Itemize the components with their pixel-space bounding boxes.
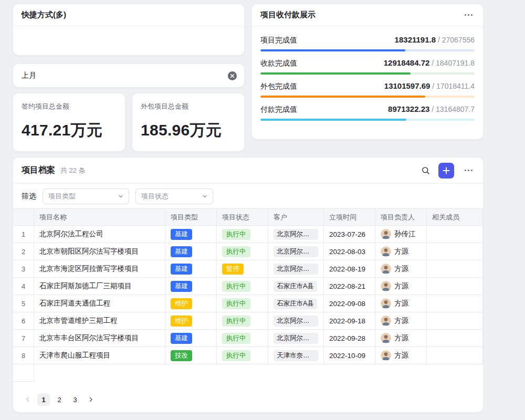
cell-project-name[interactable]: 北京市丰台区阿尔法写字楼项目 <box>34 330 165 347</box>
customer-chip: 北京阿尔法… <box>274 246 318 257</box>
page-button-3[interactable]: 3 <box>69 393 81 406</box>
table-row[interactable]: 3 北京市海淀区阿拉蕾写字楼项目 基建 暂停 北京阿尔法… 2022-08-19… <box>13 260 483 278</box>
cell-owner[interactable]: 方源 <box>375 243 427 260</box>
clear-filter-icon[interactable] <box>228 71 237 80</box>
cell-project-name[interactable]: 石家庄阿斯加德工厂三期项目 <box>34 278 165 295</box>
row-index: 4 <box>13 278 34 295</box>
status-badge: 暂停 <box>222 264 244 275</box>
cell-owner[interactable]: 孙传江 <box>375 226 427 243</box>
cell-members[interactable] <box>427 260 483 278</box>
cell-customer[interactable]: 北京阿尔法… <box>268 226 324 243</box>
column-header[interactable]: 立项时间 <box>324 209 375 226</box>
cell-project-status[interactable]: 执行中 <box>217 312 268 330</box>
cell-project-type[interactable]: 维护 <box>165 295 217 312</box>
avatar <box>381 350 391 361</box>
type-badge: 基建 <box>171 264 192 275</box>
progress-row: 外包完成值 13101597.69 / 17018411.4 <box>260 77 475 100</box>
payments-card-title: 项目收付款展示 <box>260 10 316 20</box>
cell-owner[interactable]: 方源 <box>375 295 427 312</box>
progress-list: 项目完成值 18321191.8 / 27067556 收款完成值 129184… <box>252 26 483 123</box>
cell-customer[interactable]: 石家庄市A县 <box>268 278 324 295</box>
cell-project-type[interactable]: 维护 <box>165 312 217 330</box>
table-row[interactable]: 7 北京市丰台区阿尔法写字楼项目 基建 执行中 北京阿尔法… 2022-09-2… <box>13 330 483 347</box>
column-header[interactable]: 项目名称 <box>34 209 165 226</box>
cell-start-date[interactable]: 2022-09-08 <box>324 295 375 312</box>
cell-project-status[interactable]: 执行中 <box>217 295 268 312</box>
cell-members[interactable] <box>427 243 483 260</box>
table-row[interactable]: 8 天津市爬山服工程项目 技改 执行中 天津市奈文… 2022-10-09 方源 <box>13 347 483 364</box>
cell-project-type[interactable]: 技改 <box>165 347 217 364</box>
next-page-icon[interactable] <box>85 393 97 406</box>
cell-project-name[interactable]: 天津市爬山服工程项目 <box>34 347 165 364</box>
cell-members[interactable] <box>427 226 483 243</box>
cell-customer[interactable]: 北京阿尔法… <box>268 260 324 278</box>
more-icon[interactable] <box>463 167 475 173</box>
cell-project-name[interactable]: 北京市海淀区阿拉蕾写字楼项目 <box>34 260 165 278</box>
table-row[interactable]: 5 石家庄阿道夫通信工程 维护 执行中 石家庄市A县 2022-09-08 方源 <box>13 295 483 312</box>
table-row[interactable]: 4 石家庄阿斯加德工厂三期项目 基建 执行中 石家庄市A县 2022-08-21… <box>13 278 483 295</box>
cell-owner[interactable]: 方源 <box>375 330 427 347</box>
cell-project-name[interactable]: 北京市朝阳区阿尔法写字楼项目 <box>34 243 165 260</box>
cell-start-date[interactable]: 2022-09-18 <box>324 312 375 330</box>
cell-project-status[interactable]: 执行中 <box>217 330 268 347</box>
column-header[interactable]: 项目类型 <box>165 209 217 226</box>
cell-members[interactable] <box>427 347 483 364</box>
column-header[interactable]: 相关成员 <box>427 209 483 226</box>
cell-customer[interactable]: 北京阿尔法… <box>268 330 324 347</box>
cell-project-status[interactable]: 执行中 <box>217 347 268 364</box>
search-icon[interactable] <box>421 166 430 175</box>
cell-project-status[interactable]: 执行中 <box>217 243 268 260</box>
cell-owner[interactable]: 方源 <box>375 347 427 364</box>
cell-members[interactable] <box>427 312 483 330</box>
cell-start-date[interactable]: 2022-08-21 <box>324 278 375 295</box>
type-badge: 基建 <box>171 333 192 344</box>
column-header[interactable]: 客户 <box>268 209 324 226</box>
table-row[interactable]: 1 北京阿尔法工程公司 基建 执行中 北京阿尔法… 2023-07-26 孙传江 <box>13 226 483 243</box>
cell-customer[interactable]: 天津市奈文… <box>268 347 324 364</box>
cell-start-date[interactable]: 2022-10-09 <box>324 347 375 364</box>
cell-project-type[interactable]: 基建 <box>165 330 217 347</box>
cell-owner[interactable]: 方源 <box>375 312 427 330</box>
more-icon[interactable] <box>463 12 475 18</box>
cell-project-status[interactable]: 执行中 <box>217 226 268 243</box>
table-row[interactable]: 6 北京市管道维护三期工程 维护 执行中 北京阿尔法… 2022-09-18 方… <box>13 312 483 330</box>
cell-project-status[interactable]: 暂停 <box>217 260 268 278</box>
cell-customer[interactable]: 石家庄市A县 <box>268 295 324 312</box>
date-filter-label: 上月 <box>22 71 36 80</box>
cell-project-name[interactable]: 北京阿尔法工程公司 <box>34 226 165 243</box>
table-row[interactable]: 2 北京市朝阳区阿尔法写字楼项目 基建 执行中 北京阿尔法… 2022-08-0… <box>13 243 483 260</box>
empty-row <box>13 364 483 382</box>
cell-project-name[interactable]: 北京市管道维护三期工程 <box>34 312 165 330</box>
cell-start-date[interactable]: 2022-08-03 <box>324 243 375 260</box>
page-button-1[interactable]: 1 <box>37 393 50 406</box>
cell-project-type[interactable]: 基建 <box>165 243 217 260</box>
cell-start-date[interactable]: 2022-08-19 <box>324 260 375 278</box>
cell-start-date[interactable]: 2023-07-26 <box>324 226 375 243</box>
cell-customer[interactable]: 北京阿尔法… <box>268 312 324 330</box>
cell-owner[interactable]: 方源 <box>375 260 427 278</box>
chevron-down-icon <box>118 194 123 199</box>
cell-project-status[interactable]: 执行中 <box>217 278 268 295</box>
cell-members[interactable] <box>427 330 483 347</box>
cell-start-date[interactable]: 2022-09-28 <box>324 330 375 347</box>
column-header[interactable]: 项目状态 <box>217 209 268 226</box>
cell-owner[interactable]: 方源 <box>375 278 427 295</box>
cell-customer[interactable]: 北京阿尔法… <box>268 243 324 260</box>
cell-members[interactable] <box>427 278 483 295</box>
prev-page-icon[interactable] <box>22 393 34 406</box>
progress-fill <box>260 72 411 75</box>
cell-members[interactable] <box>427 295 483 312</box>
column-header[interactable]: 项目负责人 <box>375 209 427 226</box>
progress-track <box>260 72 475 75</box>
cell-project-name[interactable]: 石家庄阿道夫通信工程 <box>34 295 165 312</box>
cell-project-type[interactable]: 基建 <box>165 260 217 278</box>
row-index: 2 <box>13 243 34 260</box>
project-type-select[interactable]: 项目类型 <box>43 188 129 204</box>
customer-chip: 天津市奈文… <box>274 350 318 361</box>
cell-project-type[interactable]: 基建 <box>165 226 217 243</box>
date-filter-bar[interactable]: 上月 <box>13 64 244 87</box>
add-record-button[interactable] <box>438 163 454 178</box>
project-status-select[interactable]: 项目状态 <box>135 188 213 204</box>
cell-project-type[interactable]: 基建 <box>165 278 217 295</box>
page-button-2[interactable]: 2 <box>53 393 66 406</box>
